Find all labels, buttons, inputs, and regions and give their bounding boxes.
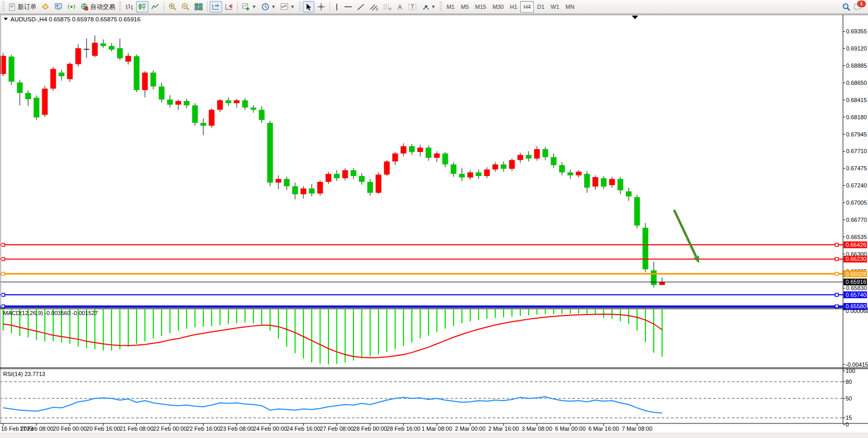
cursor-button[interactable] (303, 1, 314, 12)
candle-down (501, 165, 507, 169)
timeframe-button-m30[interactable]: M30 (490, 1, 507, 12)
data-window-button[interactable] (52, 1, 65, 12)
auto-scroll-button[interactable] (210, 1, 222, 12)
new-order-button[interactable]: 新订单 (6, 1, 39, 12)
chat-button[interactable]: 1 (853, 3, 863, 11)
line-handle[interactable] (2, 293, 5, 296)
candle-down (459, 174, 465, 178)
candle-down (309, 189, 315, 194)
timeframe-button-d1[interactable]: D1 (534, 1, 547, 12)
timeframe-button-w1[interactable]: W1 (547, 1, 563, 12)
timeframe-button-mn[interactable]: MN (563, 1, 578, 12)
timeframe-button-m1[interactable]: M1 (444, 1, 458, 12)
svg-text:T: T (411, 4, 414, 10)
timeframe-button-m15[interactable]: M15 (472, 1, 489, 12)
tile-windows-button[interactable] (192, 1, 205, 12)
chart-window[interactable]: 0.693550.691200.688850.686500.684150.681… (0, 15, 868, 433)
vertical-line-icon (334, 3, 339, 11)
zoom-in-button[interactable] (166, 1, 179, 12)
candle-up (276, 179, 282, 183)
line-chart-button[interactable] (149, 1, 162, 12)
periods-button[interactable]: ▼ (259, 1, 278, 12)
arrows-button[interactable]: ▼ (420, 1, 438, 12)
candle-down (17, 82, 23, 93)
gold-icon (41, 3, 50, 11)
new-order-label: 新订单 (18, 3, 36, 11)
vertical-line-button[interactable] (332, 1, 341, 12)
time-tick-label: 6 Mar 16:00 (589, 426, 619, 432)
broadcast-button[interactable] (65, 1, 78, 12)
zoom-out-button[interactable] (179, 1, 192, 12)
rsi-axis-label: 15 (846, 415, 852, 421)
horizontal-line-button[interactable] (342, 1, 354, 12)
line-handle[interactable] (835, 257, 838, 260)
line-handle[interactable] (835, 293, 838, 296)
candle-up (92, 43, 98, 56)
time-tick-label: 1 Mar 08:00 (422, 426, 453, 432)
indicators-button[interactable]: ▼ (240, 1, 259, 12)
timeframe-button-m5[interactable]: M5 (458, 1, 472, 12)
auto-trading-button[interactable]: 自动交易 (78, 1, 117, 12)
price-tick-label: 0.68885 (846, 62, 867, 69)
candlestick-chart-button[interactable] (136, 1, 149, 12)
price-tick-label: 0.68180 (846, 114, 867, 120)
candle-down (192, 105, 198, 123)
candle-down (426, 147, 432, 158)
candle-down (351, 170, 357, 176)
candle-down (184, 101, 190, 105)
templates-button[interactable]: ▼ (278, 1, 297, 12)
new-order-icon (8, 3, 16, 11)
time-tick-label: 20 Feb 00:00 (53, 426, 87, 432)
price-tick-label: 0.66535 (846, 234, 867, 240)
candle-up (518, 155, 523, 160)
candle-down (543, 149, 548, 157)
candle-up (234, 101, 240, 104)
candle-down (476, 172, 482, 176)
clock-icon (261, 3, 270, 11)
candle-up (493, 165, 498, 170)
crosshair-icon (317, 3, 325, 11)
trendline-icon (357, 3, 365, 11)
candle-down (643, 228, 649, 269)
line-handle[interactable] (835, 272, 838, 276)
chart-shift-button[interactable] (223, 1, 235, 12)
line-handle[interactable] (2, 272, 5, 276)
price-tick-label: 0.69120 (846, 45, 867, 52)
candle-up (534, 149, 540, 158)
chart-canvas[interactable]: 0.693550.691200.688850.686500.684150.681… (0, 15, 868, 433)
search-button[interactable] (840, 1, 853, 12)
macd-axis-top-label: 0.000068 (846, 308, 868, 314)
timeframe-button-h4[interactable]: H4 (520, 1, 534, 12)
toolbar-separator (237, 2, 238, 12)
line-handle[interactable] (2, 243, 5, 246)
time-tick-label: 6 Mar 00:00 (555, 426, 586, 432)
time-tick-label: 22 Feb 00:00 (153, 426, 187, 432)
price-tick-label: 0.68650 (846, 80, 867, 86)
equidistant-channel-button[interactable]: E (368, 1, 381, 12)
candle-up (42, 89, 48, 115)
text-label-icon: T (408, 3, 417, 11)
trendline-button[interactable] (355, 1, 367, 12)
candle-down (284, 179, 290, 186)
candle-down (134, 56, 140, 90)
line-handle[interactable] (835, 243, 838, 246)
toolbar-separator (207, 2, 207, 12)
auto-scroll-icon (212, 3, 220, 10)
text-button[interactable]: A (395, 1, 406, 12)
tile-windows-icon (194, 3, 203, 10)
bar-chart-button[interactable] (123, 1, 136, 12)
text-label-button[interactable]: T (406, 1, 419, 12)
candle-down (167, 99, 173, 105)
line-handle[interactable] (2, 257, 5, 260)
fibonacci-button[interactable]: F (381, 1, 394, 12)
timeframe-button-h1[interactable]: H1 (507, 1, 520, 12)
toolbar-grip (2, 2, 5, 12)
crosshair-button[interactable] (315, 1, 327, 12)
candle-down (559, 165, 565, 172)
candle-down (334, 174, 340, 178)
price-tick-label: 0.65830 (846, 285, 867, 291)
rsi-axis-label: 50 (846, 395, 852, 402)
time-tick-label: 2 Mar 16:00 (488, 426, 519, 432)
candle-down (34, 98, 40, 118)
market-watch-button[interactable] (39, 1, 52, 12)
